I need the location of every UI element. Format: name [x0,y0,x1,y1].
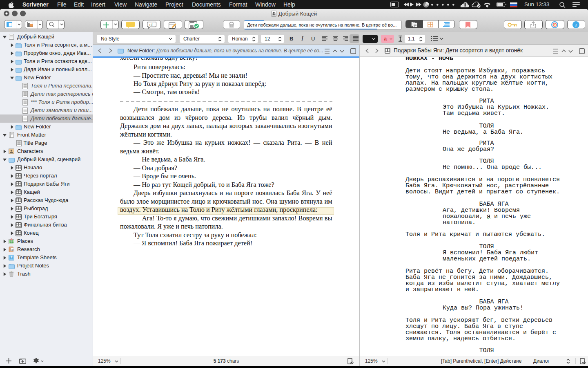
svg-text:cf: cf [149,22,153,27]
svg-text:T: T [11,256,13,259]
